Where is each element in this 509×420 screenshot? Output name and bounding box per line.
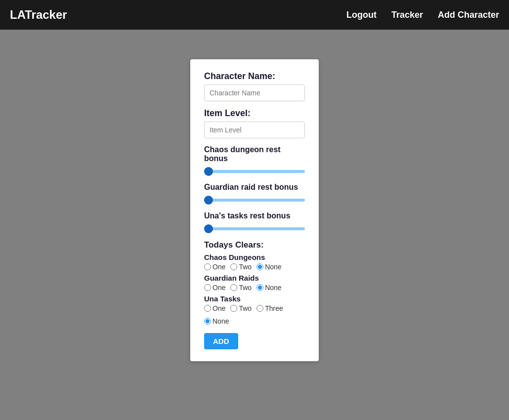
guardian-raids-one-label: One	[212, 284, 225, 292]
unas-tasks-label: Una's tasks rest bonus	[204, 211, 305, 220]
una-tasks-none-radio[interactable]	[204, 318, 211, 325]
tracker-link[interactable]: Tracker	[391, 10, 423, 20]
una-tasks-one-label: One	[212, 304, 225, 312]
guardian-raids-two-option[interactable]: Two	[230, 284, 252, 292]
chaos-dungeons-two-label: Two	[239, 263, 252, 271]
guardian-raid-slider[interactable]	[204, 199, 305, 202]
chaos-dungeons-none-radio[interactable]	[256, 263, 263, 270]
chaos-dungeons-two-option[interactable]: Two	[230, 263, 252, 271]
character-name-label: Character Name:	[204, 71, 305, 82]
guardian-raids-two-radio[interactable]	[230, 284, 237, 291]
chaos-dungeons-none-option[interactable]: None	[256, 263, 281, 271]
todays-clears-title: Todays Clears:	[204, 240, 305, 250]
item-level-label: Item Level:	[204, 108, 305, 119]
una-tasks-two-label: Two	[239, 304, 252, 312]
clears-section: Todays Clears: Chaos Dungeons One Two	[204, 240, 305, 325]
guardian-raids-group: Guardian Raids One Two None	[204, 274, 305, 292]
guardian-raid-label: Guardian raid rest bonus	[204, 183, 305, 192]
guardian-raids-two-label: Two	[239, 284, 252, 292]
una-tasks-one-radio[interactable]	[204, 305, 211, 312]
una-tasks-three-label: Three	[265, 304, 283, 312]
una-tasks-none-option[interactable]: None	[204, 317, 229, 325]
una-tasks-group: Una Tasks One Two Three	[204, 294, 305, 325]
guardian-raids-radio-group: One Two None	[204, 284, 305, 292]
guardian-raids-none-option[interactable]: None	[256, 284, 281, 292]
chaos-dungeons-label: Chaos Dungeons	[204, 253, 305, 261]
unas-tasks-slider[interactable]	[204, 227, 305, 230]
una-tasks-two-radio[interactable]	[230, 305, 237, 312]
chaos-dungeons-one-label: One	[212, 263, 225, 271]
item-level-input[interactable]	[204, 122, 305, 138]
guardian-raids-label: Guardian Raids	[204, 274, 305, 282]
guardian-raids-none-label: None	[265, 284, 281, 292]
add-button[interactable]: ADD	[204, 333, 238, 349]
una-tasks-three-radio[interactable]	[256, 305, 263, 312]
chaos-dungeons-none-label: None	[265, 263, 281, 271]
chaos-dungeon-slider-section: Chaos dungeon rest bonus	[204, 145, 305, 178]
una-tasks-radio-group: One Two Three None	[204, 304, 305, 325]
una-tasks-one-option[interactable]: One	[204, 304, 225, 312]
logout-link[interactable]: Logout	[346, 10, 377, 20]
chaos-dungeons-radio-group: One Two None	[204, 263, 305, 271]
una-tasks-three-option[interactable]: Three	[256, 304, 283, 312]
guardian-raids-one-option[interactable]: One	[204, 284, 225, 292]
guardian-raids-none-radio[interactable]	[256, 284, 263, 291]
chaos-dungeon-slider[interactable]	[204, 170, 305, 173]
navbar-links: Logout Tracker Add Character	[346, 10, 499, 20]
chaos-dungeons-one-radio[interactable]	[204, 263, 211, 270]
main-content: Character Name: Item Level: Chaos dungeo…	[0, 30, 509, 420]
navbar: LATracker Logout Tracker Add Character	[0, 0, 509, 30]
unas-tasks-slider-section: Una's tasks rest bonus	[204, 211, 305, 235]
chaos-dungeons-two-radio[interactable]	[230, 263, 237, 270]
una-tasks-two-option[interactable]: Two	[230, 304, 252, 312]
guardian-raids-one-radio[interactable]	[204, 284, 211, 291]
una-tasks-none-label: None	[212, 317, 229, 325]
chaos-dungeon-label: Chaos dungeon rest bonus	[204, 145, 305, 163]
character-name-input[interactable]	[204, 84, 305, 101]
form-card: Character Name: Item Level: Chaos dungeo…	[190, 59, 319, 361]
add-character-link[interactable]: Add Character	[438, 10, 499, 20]
chaos-dungeons-group: Chaos Dungeons One Two None	[204, 253, 305, 271]
chaos-dungeons-one-option[interactable]: One	[204, 263, 225, 271]
navbar-brand: LATracker	[10, 8, 67, 22]
guardian-raid-slider-section: Guardian raid rest bonus	[204, 183, 305, 207]
una-tasks-label: Una Tasks	[204, 294, 305, 303]
